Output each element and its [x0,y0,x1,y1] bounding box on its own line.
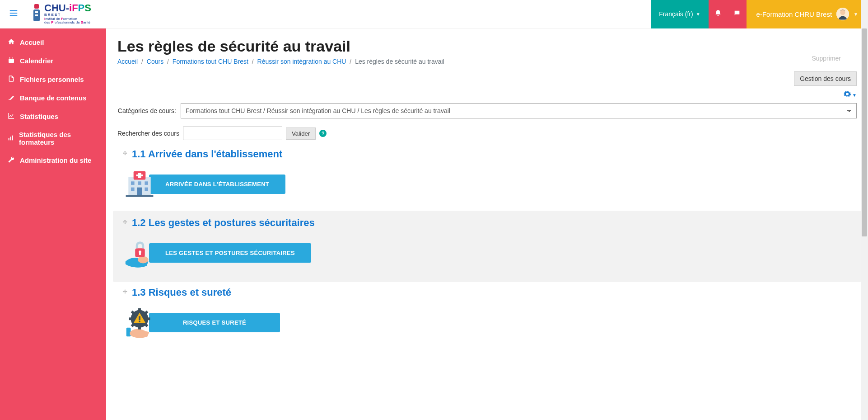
svg-rect-21 [138,181,141,185]
course-category: 1.1 Arrivée dans l'établissement [117,144,857,211]
notifications-button[interactable] [709,0,728,28]
svg-rect-35 [129,317,133,320]
logo-text: CHU-iFPS BREST IInstitut de Formationnst… [44,3,91,25]
file-icon [7,75,15,84]
svg-rect-33 [138,308,141,312]
svg-rect-11 [9,57,10,58]
svg-rect-30 [139,252,141,255]
category-title-link[interactable]: 1.1 Arrivée dans l'établissement [132,148,282,160]
breadcrumb: Accueil / Cours / Formations tout CHU Br… [117,58,857,65]
sidebar-item-accueil[interactable]: Accueil [0,33,106,52]
bell-icon [714,9,722,19]
course-card: LES GESTES ET POSTURES SÉCURITAIRES [122,235,857,270]
user-menu[interactable]: e-Formation CHRU Brest ▼ [747,0,868,28]
sidebar-item-label: Fichiers personnels [20,76,84,83]
svg-rect-36 [147,317,150,320]
svg-rect-20 [131,181,135,185]
move-icon[interactable] [122,151,128,158]
main-content: Les règles de sécurité au travail Accuei… [106,28,868,420]
chart-line-icon [7,112,15,121]
category-title-link[interactable]: 1.3 Risques et sureté [132,287,231,298]
svg-rect-26 [126,195,154,197]
svg-rect-6 [35,14,38,16]
manage-courses-button[interactable]: Gestion des cours [794,71,857,86]
svg-rect-23 [131,188,135,191]
sidebar-item-fichiers[interactable]: Fichiers personnels [0,70,106,89]
breadcrumb-current: Les règles de sécurité au travail [355,58,444,65]
gear-icon [843,90,851,100]
logo-chu: CHU [44,2,66,14]
breadcrumb-link[interactable]: Formations tout CHU Brest [173,58,248,65]
course-button[interactable]: LES GESTES ET POSTURES SÉCURITAIRES [149,243,311,263]
svg-rect-3 [34,4,39,9]
site-logo[interactable]: CHU-iFPS BREST IInstitut de Formationnst… [27,3,91,25]
scrollbar-thumb[interactable] [862,28,867,236]
svg-rect-5 [35,11,38,13]
category-label: Catégories de cours: [117,107,176,114]
svg-point-8 [840,10,845,15]
sidebar-item-label: Banque de contenus [20,94,87,102]
svg-rect-24 [145,188,148,191]
language-label: Français (fr) [659,10,693,18]
settings-menu-button[interactable]: ▼ [843,90,857,100]
category-select[interactable]: Formations tout CHU Brest / Réussir son … [181,103,857,118]
chat-icon [733,9,741,19]
delete-hint: Supprimer [812,55,841,62]
svg-rect-34 [138,326,141,330]
svg-rect-10 [9,58,14,59]
avatar [836,8,849,20]
sidebar-item-label: Calendrier [20,57,53,65]
messages-button[interactable] [728,0,747,28]
move-icon[interactable] [122,219,128,227]
course-thumb-hands-lock-icon [122,235,157,270]
help-icon[interactable]: ? [319,130,327,137]
sidebar: Accueil Calendrier Fichiers personnels B… [0,28,106,420]
sidebar-item-label: Accueil [20,38,44,46]
sidebar-item-calendrier[interactable]: Calendrier [0,52,106,70]
chart-bar-icon [7,134,14,143]
svg-point-42 [139,321,140,322]
sidebar-item-stats[interactable]: Statistiques [0,107,106,126]
breadcrumb-link[interactable]: Réussir son intégration au CHU [257,58,346,65]
svg-point-27 [138,256,148,264]
paint-icon [7,94,15,102]
course-category: 1.2 Les gestes et postures sécuritaires … [113,211,861,282]
sidebar-item-label: Statistiques des formateurs [19,131,99,146]
svg-rect-25 [137,188,142,196]
search-label: Rechercher des cours [117,130,179,137]
category-title-link[interactable]: 1.2 Les gestes et postures sécuritaires [132,217,315,229]
hamburger-menu-button[interactable] [0,8,27,20]
user-label: e-Formation CHRU Brest [756,10,832,18]
search-submit-button[interactable]: Valider [286,127,316,140]
sidebar-item-stats-formateurs[interactable]: Statistiques des formateurs [0,126,106,151]
course-category: 1.3 Risques et sureté RISQUES ET SURETÉ [117,282,857,349]
logo-ifps-p: P [78,2,85,14]
breadcrumb-link[interactable]: Accueil [117,58,138,65]
breadcrumb-link[interactable]: Cours [147,58,163,65]
chevron-down-icon: ▼ [854,12,858,17]
svg-rect-15 [12,135,13,140]
sidebar-item-admin[interactable]: Administration du site [0,151,106,170]
svg-rect-22 [145,181,148,185]
move-icon[interactable] [122,289,128,297]
logo-ifps-f: F [72,2,78,14]
sidebar-item-banque[interactable]: Banque de contenus [0,89,106,107]
course-thumb-hospital-icon [122,166,157,202]
chevron-down-icon: ▼ [852,93,857,98]
logo-icon [32,3,42,24]
language-selector[interactable]: Français (fr) ▼ [651,0,708,28]
logo-ifps-s: S [84,2,91,14]
topbar: CHU-iFPS BREST IInstitut de Formationnst… [0,0,868,28]
wrench-icon [7,156,15,165]
svg-rect-41 [139,316,140,320]
course-button[interactable]: RISQUES ET SURETÉ [149,313,280,332]
course-button[interactable]: ARRIVÉE DANS L'ÉTABLISSEMENT [149,175,285,194]
calendar-icon [7,57,15,65]
course-thumb-gear-warning-icon [122,305,157,340]
search-input[interactable] [183,127,282,140]
page-title: Les règles de sécurité au travail [117,38,857,55]
svg-rect-12 [13,57,13,58]
scrollbar[interactable] [861,0,868,420]
svg-rect-19 [136,175,143,176]
sidebar-item-label: Administration du site [20,156,91,164]
